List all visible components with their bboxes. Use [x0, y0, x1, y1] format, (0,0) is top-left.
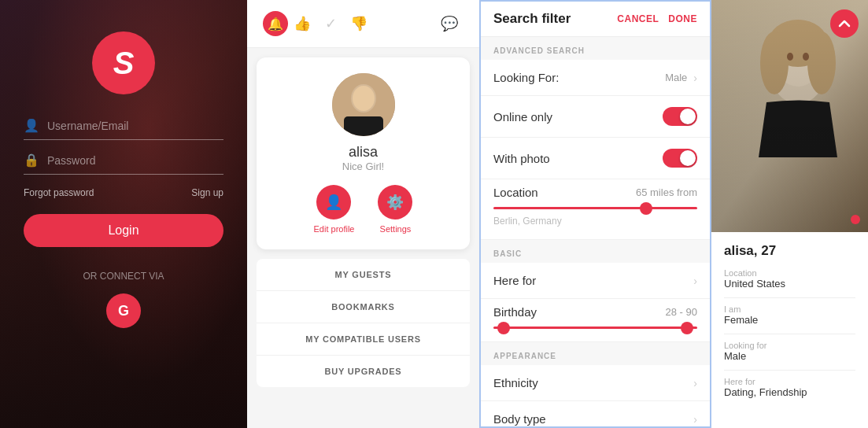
detail-photo [711, 0, 868, 232]
dislike-button[interactable]: 👎 [345, 9, 373, 38]
here-for-item[interactable]: Here for › [481, 263, 710, 299]
detail-looking-for-value: Male [724, 350, 855, 362]
ethnicity-chevron: › [693, 377, 697, 389]
appearance-label: APPEARANCE [481, 342, 710, 365]
here-for-chevron: › [693, 275, 697, 287]
location-value: 65 miles from [636, 186, 697, 198]
check-icon: ✓ [325, 15, 337, 32]
filter-body: ADVANCED SEARCH Looking For: Male › Onli… [481, 37, 710, 426]
bell-icon: 🔔 [268, 17, 283, 31]
here-for-label: Here for [493, 274, 536, 287]
settings-icon: ⚙️ [386, 194, 404, 211]
scroll-up-button[interactable] [830, 9, 859, 38]
menu-item-bookmarks[interactable]: BOOKMARKS [257, 291, 470, 323]
avatar [332, 73, 395, 136]
google-icon: G [118, 303, 129, 319]
location-city: Berlin, Germany [493, 216, 697, 227]
basic-label: BASIC [481, 240, 710, 263]
thumbs-down-icon: 👎 [350, 15, 368, 32]
location-slider-container: Location 65 miles from Berlin, Germany [481, 179, 710, 240]
cancel-button[interactable]: CANCEL [617, 13, 659, 24]
birthday-thumb-left[interactable] [497, 322, 510, 334]
body-type-item[interactable]: Body type › [481, 401, 710, 426]
menu-item-upgrades[interactable]: BUY UPGRADES [257, 356, 470, 387]
birthday-thumb-right[interactable] [681, 322, 693, 334]
detail-i-am-value: Female [724, 314, 855, 326]
detail-panel: alisa, 27 Location United States I am Fe… [711, 0, 868, 428]
detail-i-am-row: I am Female [724, 304, 855, 326]
user-icon: 👤 [24, 118, 39, 133]
body-type-label: Body type [493, 412, 546, 426]
online-only-label: Online only [493, 110, 552, 124]
login-panel: S 👤 🔒 Forgot password Sign up Login OR C… [0, 0, 247, 428]
chevron-up-icon [837, 17, 851, 31]
filter-panel: Search filter CANCEL DONE ADVANCED SEARC… [479, 0, 711, 428]
logo-letter: S [113, 46, 135, 81]
app-logo: S [92, 31, 155, 94]
forgot-row: Forgot password Sign up [24, 187, 223, 198]
detail-location-label: Location [724, 268, 855, 278]
divider-2 [724, 334, 855, 334]
profile-bio: Nice Girl! [342, 160, 384, 172]
chat-icon: 💬 [441, 15, 458, 32]
edit-profile-button[interactable]: 👤 Edit profile [314, 185, 355, 234]
thumbs-up-icon: 👍 [294, 15, 311, 32]
filter-title: Search filter [493, 11, 571, 27]
location-slider-track[interactable] [493, 207, 697, 209]
done-button[interactable]: DONE [668, 13, 697, 24]
or-connect-label: OR CONNECT VIA [83, 271, 164, 282]
login-content: S 👤 🔒 Forgot password Sign up Login OR C… [0, 0, 247, 428]
edit-profile-icon-bg: 👤 [316, 185, 351, 220]
detail-here-for-label: Here for [724, 377, 855, 386]
avatar-image [332, 73, 395, 136]
birthday-slider-container: Birthday 28 - 90 [481, 299, 710, 342]
online-indicator [851, 215, 860, 224]
filter-header: Search filter CANCEL DONE [481, 2, 710, 37]
detail-i-am-label: I am [724, 304, 855, 314]
settings-icon-bg: ⚙️ [378, 185, 412, 220]
online-only-toggle[interactable] [663, 107, 697, 126]
looking-for-chevron: › [693, 72, 697, 84]
edit-profile-label: Edit profile [314, 224, 355, 234]
svg-rect-2 [344, 116, 383, 136]
birthday-label-row: Birthday 28 - 90 [493, 305, 697, 319]
divider-1 [724, 297, 855, 298]
settings-label: Settings [380, 224, 412, 234]
with-photo-toggle[interactable] [663, 149, 697, 168]
settings-button[interactable]: ⚙️ Settings [378, 185, 412, 234]
looking-for-right: Male › [665, 72, 697, 84]
body-type-chevron: › [693, 413, 697, 426]
detail-here-for-value: Dating, Friendship [724, 386, 855, 398]
ethnicity-item[interactable]: Ethnicity › [481, 365, 710, 401]
forgot-password-link[interactable]: Forgot password [24, 187, 94, 198]
login-button[interactable]: Login [24, 214, 223, 247]
detail-location-value: United States [724, 278, 855, 290]
location-slider-thumb[interactable] [640, 202, 652, 215]
profile-header: 🔔 👍 ✓ 👎 💬 [247, 0, 479, 48]
profile-menu: MY GUESTS BOOKMARKS MY COMPATIBLE USERS … [257, 259, 470, 387]
looking-for-item[interactable]: Looking For: Male › [481, 60, 710, 96]
birthday-range: 28 - 90 [666, 306, 697, 318]
birthday-slider-track[interactable] [493, 327, 697, 329]
edit-icon: 👤 [325, 194, 342, 211]
divider-3 [724, 370, 855, 371]
detail-location-row: Location United States [724, 268, 855, 290]
match-button[interactable]: ✓ [316, 9, 345, 38]
with-photo-item: With photo [481, 138, 710, 179]
password-input[interactable] [47, 154, 223, 167]
messages-button[interactable]: 💬 [435, 9, 464, 38]
location-label: Location [493, 186, 538, 199]
svg-point-3 [353, 86, 375, 111]
username-input[interactable] [47, 120, 223, 132]
google-signin-button[interactable]: G [106, 293, 141, 328]
username-group: 👤 [24, 118, 223, 140]
menu-item-compatible[interactable]: MY COMPATIBLE USERS [257, 323, 470, 356]
detail-looking-for-label: Looking for [724, 341, 855, 350]
birthday-label: Birthday [493, 305, 537, 319]
notification-button[interactable]: 🔔 [263, 11, 288, 36]
ethnicity-label: Ethnicity [493, 376, 538, 389]
menu-item-guests[interactable]: MY GUESTS [257, 259, 470, 291]
like-button[interactable]: 👍 [288, 9, 316, 38]
signup-link[interactable]: Sign up [191, 187, 223, 198]
detail-info: alisa, 27 Location United States I am Fe… [711, 232, 868, 428]
